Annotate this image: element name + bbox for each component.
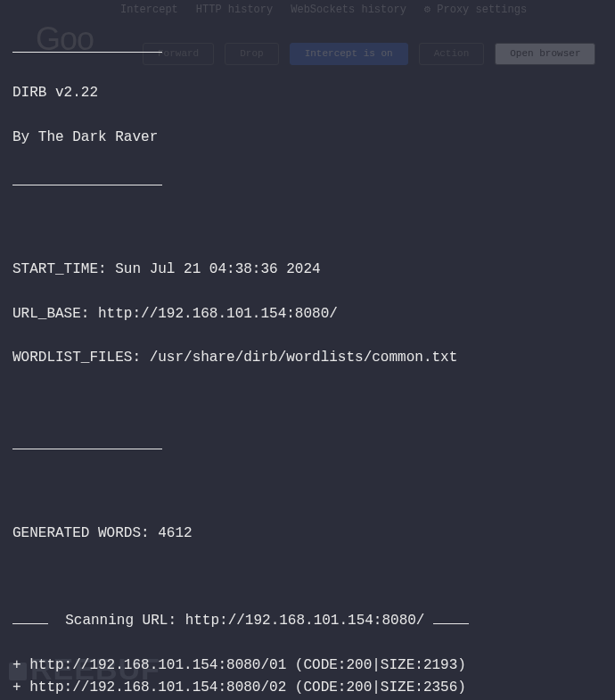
start-time-label: START_TIME: — [12, 261, 115, 277]
rule-line — [12, 435, 603, 457]
scan-result-line: + http://192.168.101.154:8080/02 (CODE:2… — [12, 677, 603, 699]
generated-words-value: 4612 — [158, 525, 192, 541]
terminal-output: DIRB v2.22 By The Dark Raver START_TIME:… — [0, 0, 615, 700]
scan-results: + http://192.168.101.154:8080/01 (CODE:2… — [12, 655, 603, 700]
url-base-value: http://192.168.101.154:8080/ — [98, 306, 338, 322]
wordlist-label: WORDLIST_FILES: — [12, 350, 150, 366]
version-line: DIRB v2.22 — [12, 82, 603, 104]
generated-words-label: GENERATED WORDS: — [12, 525, 158, 541]
author-line: By The Dark Raver — [12, 127, 603, 149]
wordlist-value: /usr/share/dirb/wordlists/common.txt — [150, 350, 458, 366]
url-base-label: URL_BASE: — [12, 306, 98, 322]
rule-line — [12, 171, 603, 194]
wordlist-line: WORDLIST_FILES: /usr/share/dirb/wordlist… — [12, 347, 603, 369]
scanning-header: Scanning URL: http://192.168.101.154:808… — [12, 610, 603, 632]
scanning-url: http://192.168.101.154:8080/ — [185, 613, 425, 629]
generated-words-line: GENERATED WORDS: 4612 — [12, 523, 603, 545]
start-time-line: START_TIME: Sun Jul 21 04:38:36 2024 — [12, 259, 603, 281]
rule-line — [12, 38, 603, 61]
start-time-value: Sun Jul 21 04:38:36 2024 — [115, 261, 320, 277]
scanning-label: Scanning URL: — [65, 613, 184, 629]
url-base-line: URL_BASE: http://192.168.101.154:8080/ — [12, 303, 603, 325]
scan-result-line: + http://192.168.101.154:8080/01 (CODE:2… — [12, 655, 603, 677]
